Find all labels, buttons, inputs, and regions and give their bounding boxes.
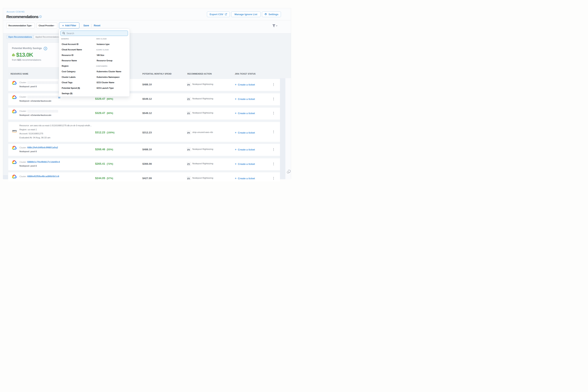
svg-text:?: ? [45,48,46,50]
